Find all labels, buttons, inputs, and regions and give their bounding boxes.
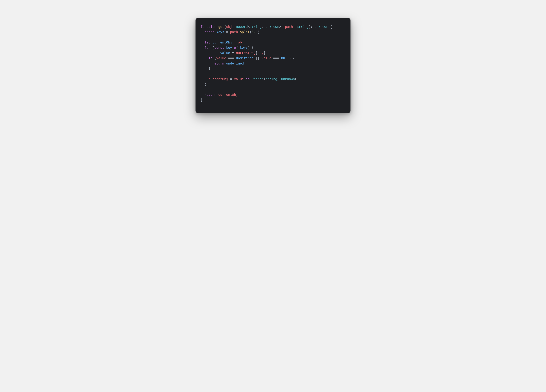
code-token: =: [224, 30, 230, 34]
code-token: }: [201, 83, 207, 86]
code-token: string: [266, 77, 277, 81]
code-token: Record: [252, 77, 263, 81]
code-token: =: [230, 51, 236, 55]
code-token: ): [258, 30, 260, 34]
code-token: (: [224, 25, 226, 29]
code-token: get: [218, 25, 224, 29]
code-token: .: [238, 30, 240, 34]
code-token: let: [205, 41, 212, 44]
code-token: currentObj: [208, 77, 228, 81]
code-token: [201, 77, 208, 81]
code-token: return: [205, 93, 218, 97]
code-token: value: [234, 77, 244, 81]
code-token: currentObj: [218, 93, 238, 97]
code-token: split: [240, 30, 250, 34]
code-block: function get(obj: Record<string, unknown…: [201, 25, 345, 103]
code-token: currentObj: [212, 41, 232, 44]
code-token: :: [293, 25, 297, 29]
code-token: ]: [263, 51, 266, 55]
code-token: ".": [252, 30, 258, 34]
code-token: ,: [277, 77, 281, 81]
code-token: [201, 51, 208, 55]
code-token: (: [212, 46, 214, 50]
code-token: ,: [261, 25, 266, 29]
code-token: (: [250, 30, 252, 34]
code-token: currentObj: [236, 51, 255, 55]
code-token: path: [230, 30, 238, 34]
code-token: value: [261, 57, 271, 60]
code-token: =: [232, 41, 238, 44]
code-token: Record: [236, 25, 248, 29]
code-token: string: [297, 25, 309, 29]
code-token: string: [250, 25, 261, 29]
code-token: {: [328, 25, 332, 29]
code-token: >,: [279, 25, 285, 29]
code-token: (: [214, 57, 216, 60]
code-card: function get(obj: Record<string, unknown…: [195, 18, 351, 113]
code-token: undefined: [226, 62, 244, 65]
code-token: [201, 93, 205, 97]
code-token: >: [295, 77, 297, 81]
code-token: =: [228, 77, 234, 81]
code-token: [201, 62, 212, 65]
code-token: ===: [271, 57, 281, 60]
code-token: <: [248, 25, 250, 29]
code-token: const: [205, 30, 216, 34]
code-token: ===: [226, 57, 236, 60]
code-token: ) {: [248, 46, 254, 50]
code-token: value: [216, 57, 226, 60]
code-token: null: [281, 57, 289, 60]
code-token: for: [205, 46, 212, 50]
code-token: unknown: [266, 25, 279, 29]
code-token: key: [258, 51, 263, 55]
code-token: obj: [226, 25, 232, 29]
code-token: return: [212, 62, 226, 65]
code-token: value: [220, 51, 230, 55]
code-token: }: [201, 98, 203, 102]
code-token: [201, 57, 208, 60]
code-token: if: [208, 57, 214, 60]
code-token: of: [232, 46, 240, 50]
code-token: keys: [240, 46, 248, 50]
code-token: function: [201, 25, 218, 29]
code-token: :: [232, 25, 236, 29]
code-token: ||: [254, 57, 261, 60]
code-token: obj: [238, 41, 244, 44]
code-token: }: [201, 67, 210, 71]
code-token: undefined: [236, 57, 254, 60]
code-token: [201, 30, 205, 34]
code-token: const: [208, 51, 220, 55]
code-token: ):: [309, 25, 314, 29]
code-token: <: [263, 77, 266, 81]
code-token: unknown: [314, 25, 328, 29]
code-token: [201, 46, 205, 50]
code-token: [: [256, 51, 258, 55]
code-token: as: [244, 77, 252, 81]
code-token: const: [214, 46, 226, 50]
code-token: [201, 41, 205, 44]
code-token: keys: [216, 30, 224, 34]
code-token: key: [226, 46, 232, 50]
code-token: ) {: [289, 57, 295, 60]
code-token: unknown: [281, 77, 295, 81]
code-token: path: [285, 25, 293, 29]
